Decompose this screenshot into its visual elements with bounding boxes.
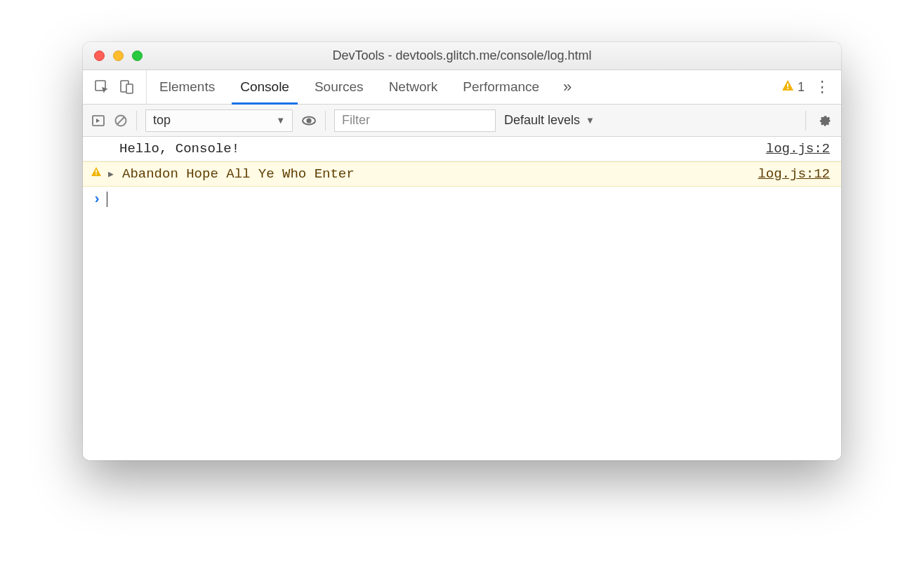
more-tabs-button[interactable]: » [552,70,583,104]
svg-rect-10 [95,170,97,173]
separator [325,111,326,131]
tab-label: Network [389,79,438,95]
svg-rect-4 [787,88,788,89]
log-message: Hello, Console! [90,141,239,156]
toggle-sidebar-icon[interactable] [91,114,105,128]
svg-line-7 [117,116,124,123]
tab-label: Performance [463,79,539,95]
svg-rect-11 [95,174,97,175]
device-toolbar-icon[interactable] [119,79,135,95]
source-link[interactable]: log.js:12 [758,166,830,182]
console-toolbar: top ▼ Default levels ▼ [83,105,841,137]
tab-label: Elements [159,79,215,95]
kebab-menu-icon[interactable]: ⋮ [814,78,830,96]
tab-elements[interactable]: Elements [147,70,227,104]
log-message: Abandon Hope All Ye Who Enter [122,166,355,182]
expand-arrow-icon[interactable]: ▶ [108,168,117,180]
warning-icon [90,166,103,182]
titlebar: DevTools - devtools.glitch.me/console/lo… [83,42,841,70]
chevron-right-icon: › [93,191,101,207]
inspect-tools [83,70,147,104]
clear-console-icon[interactable] [114,114,128,128]
tab-label: Console [240,79,289,95]
panel-tabstrip: Elements Console Sources Network Perform… [83,70,841,105]
window-title: DevTools - devtools.glitch.me/console/lo… [83,48,841,63]
warning-count-badge[interactable]: 1 [781,79,805,95]
traffic-lights [94,51,143,61]
separator [136,111,137,131]
devtools-window: DevTools - devtools.glitch.me/console/lo… [83,42,841,460]
text-cursor [107,192,107,207]
svg-point-9 [306,118,311,123]
svg-rect-2 [126,84,133,93]
levels-label: Default levels [504,113,580,128]
inspect-element-icon[interactable] [94,79,110,95]
close-window-button[interactable] [94,51,105,61]
minimize-window-button[interactable] [113,51,124,61]
tab-sources[interactable]: Sources [302,70,376,104]
source-link[interactable]: log.js:2 [766,141,830,156]
tab-performance[interactable]: Performance [450,70,552,104]
separator [805,111,806,131]
warning-icon [781,79,794,95]
context-label: top [153,113,171,128]
console-row: Hello, Console! log.js:2 [83,137,841,161]
tab-label: Sources [315,79,364,95]
console-row: ▶ Abandon Hope All Ye Who Enter log.js:1… [83,161,841,187]
tab-network[interactable]: Network [376,70,451,104]
chevron-right-double-icon: » [563,78,572,96]
filter-input[interactable] [334,109,496,132]
console-output: Hello, Console! log.js:2 ▶ Abandon Hope … [83,137,841,460]
log-levels-select[interactable]: Default levels ▼ [504,113,595,128]
caret-down-icon: ▼ [586,115,595,126]
warning-count: 1 [798,80,805,95]
svg-rect-3 [787,84,788,87]
zoom-window-button[interactable] [132,51,143,61]
settings-gear-icon[interactable] [817,112,833,130]
execution-context-select[interactable]: top ▼ [145,109,293,132]
live-expression-icon[interactable] [301,113,317,128]
console-prompt[interactable]: › [83,187,841,211]
caret-down-icon: ▼ [276,115,285,126]
tab-console[interactable]: Console [227,70,302,104]
